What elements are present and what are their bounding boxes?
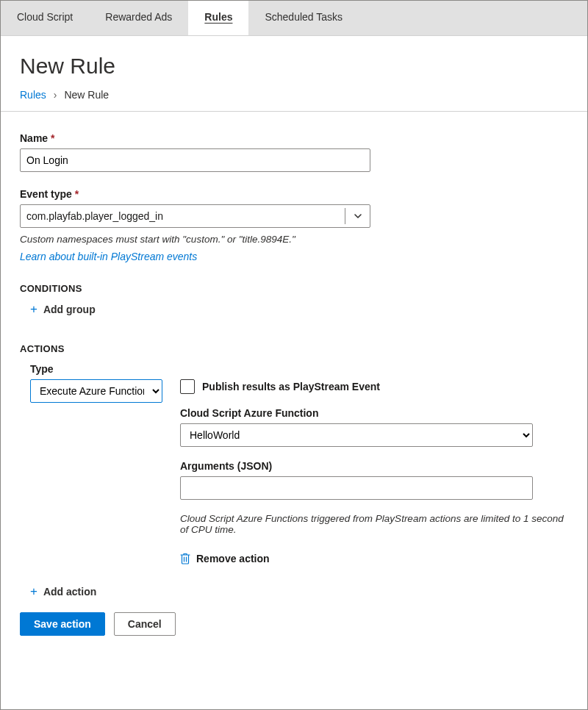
event-type-label: Event type * (20, 188, 568, 200)
plus-icon: + (30, 585, 37, 598)
event-type-hint: Custom namespaces must start with "custo… (20, 234, 568, 245)
field-azure-function: Cloud Script Azure Function HelloWorld (180, 407, 568, 447)
action-details-column: Publish results as PlayStream Event Clou… (180, 363, 568, 564)
action-note: Cloud Script Azure Functions triggered f… (180, 513, 568, 535)
add-group-button[interactable]: + Add group (20, 303, 568, 315)
required-asterisk: * (75, 188, 79, 200)
plus-icon: + (30, 303, 37, 315)
required-asterisk: * (51, 132, 54, 144)
azure-function-select[interactable]: HelloWorld (180, 423, 533, 447)
name-input[interactable] (20, 148, 370, 172)
save-button[interactable]: Save action (20, 612, 105, 636)
footer-buttons: Save action Cancel (1, 612, 587, 653)
actions-heading: ACTIONS (20, 343, 568, 354)
tab-rules[interactable]: Rules (188, 1, 248, 35)
event-type-combobox[interactable]: com.playfab.player_logged_in (20, 204, 370, 228)
chevron-down-icon (345, 208, 370, 224)
action-type-column: Type Execute Azure Function (30, 363, 162, 564)
page-header: New Rule Rules › New Rule (1, 36, 587, 112)
name-label: Name * (20, 132, 568, 144)
page-title: New Rule (20, 54, 568, 79)
conditions-heading: CONDITIONS (20, 283, 568, 294)
remove-action-label: Remove action (196, 553, 270, 564)
chevron-right-icon: › (54, 89, 57, 101)
tab-bar: Cloud Script Rewarded Ads Rules Schedule… (1, 1, 587, 36)
tab-cloud-script[interactable]: Cloud Script (1, 1, 89, 35)
tab-rewarded-ads[interactable]: Rewarded Ads (89, 1, 188, 35)
arguments-label: Arguments (JSON) (180, 460, 568, 472)
tab-scheduled-tasks[interactable]: Scheduled Tasks (248, 1, 359, 35)
publish-checkbox-row: Publish results as PlayStream Event (180, 379, 568, 394)
form-area: Name * Event type * com.playfab.player_l… (1, 112, 587, 612)
event-type-value: com.playfab.player_logged_in (26, 210, 163, 222)
type-label: Type (30, 363, 162, 375)
add-action-wrap: + Add action (20, 585, 568, 598)
add-action-label: Add action (43, 586, 96, 598)
breadcrumb-root-link[interactable]: Rules (20, 89, 46, 101)
azure-function-label: Cloud Script Azure Function (180, 407, 568, 419)
remove-action-button[interactable]: Remove action (180, 553, 568, 564)
publish-checkbox-label: Publish results as PlayStream Event (202, 381, 380, 392)
field-arguments: Arguments (JSON) (180, 460, 568, 500)
add-action-button[interactable]: + Add action (20, 585, 568, 598)
breadcrumb-current: New Rule (64, 89, 109, 101)
learn-events-link[interactable]: Learn about built-in PlayStream events (20, 251, 197, 262)
field-name: Name * (20, 132, 568, 172)
trash-icon (180, 553, 190, 564)
add-group-label: Add group (43, 304, 96, 315)
breadcrumb: Rules › New Rule (20, 89, 568, 101)
action-block: Type Execute Azure Function Publish resu… (20, 363, 568, 564)
cancel-button[interactable]: Cancel (114, 612, 176, 636)
publish-checkbox[interactable] (180, 379, 195, 394)
field-event-type: Event type * com.playfab.player_logged_i… (20, 188, 568, 262)
action-type-select[interactable]: Execute Azure Function (30, 379, 162, 403)
arguments-input[interactable] (180, 476, 533, 500)
